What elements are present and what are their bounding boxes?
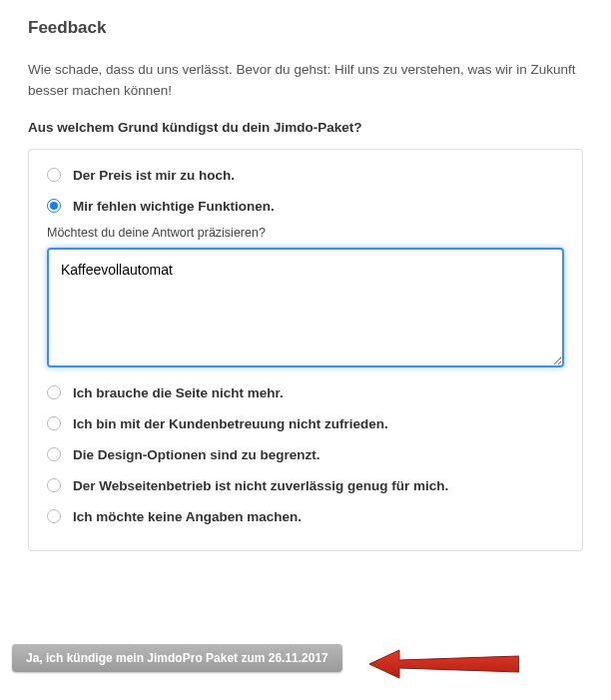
question-text: Aus welchem Grund kündigst du dein Jimdo… xyxy=(28,120,583,135)
option-label: Ich möchte keine Angaben machen. xyxy=(73,509,302,524)
reasons-panel: Der Preis ist mir zu hoch. Mir fehlen wi… xyxy=(28,149,583,551)
option-no-need[interactable]: Ich brauche die Seite nicht mehr. xyxy=(47,385,564,400)
option-design[interactable]: Die Design-Optionen sind zu begrenzt. xyxy=(47,447,564,462)
option-reliability[interactable]: Der Webseitenbetrieb ist nicht zuverläss… xyxy=(47,478,564,493)
radio-price[interactable] xyxy=(47,168,61,182)
followup-block: Möchtest du deine Antwort präzisieren? xyxy=(47,226,564,371)
option-label: Ich brauche die Seite nicht mehr. xyxy=(73,385,284,400)
option-no-answer[interactable]: Ich möchte keine Angaben machen. xyxy=(47,509,564,524)
option-label: Der Webseitenbetrieb ist nicht zuverläss… xyxy=(73,478,448,493)
radio-no-need[interactable] xyxy=(47,385,61,399)
followup-question: Möchtest du deine Antwort präzisieren? xyxy=(47,226,564,240)
page-title: Feedback xyxy=(28,18,583,38)
radio-missing-features[interactable] xyxy=(47,199,61,213)
option-missing-features[interactable]: Mir fehlen wichtige Funktionen. xyxy=(47,199,564,214)
option-label: Mir fehlen wichtige Funktionen. xyxy=(73,199,275,214)
option-label: Die Design-Optionen sind zu begrenzt. xyxy=(73,447,320,462)
option-price[interactable]: Der Preis ist mir zu hoch. xyxy=(47,168,564,183)
confirm-cancel-button[interactable]: Ja, ich kündige mein JimdoPro Paket zum … xyxy=(12,644,342,672)
submit-row: Ja, ich kündige mein JimdoPro Paket zum … xyxy=(12,644,342,672)
option-support[interactable]: Ich bin mit der Kundenbetreuung nicht zu… xyxy=(47,416,564,431)
radio-no-answer[interactable] xyxy=(47,509,61,523)
radio-design[interactable] xyxy=(47,447,61,461)
radio-support[interactable] xyxy=(47,416,61,430)
radio-reliability[interactable] xyxy=(47,478,61,492)
annotation-arrow-icon xyxy=(369,644,519,684)
option-label: Ich bin mit der Kundenbetreuung nicht zu… xyxy=(73,416,388,431)
intro-text: Wie schade, dass du uns verlässt. Bevor … xyxy=(28,60,583,102)
option-label: Der Preis ist mir zu hoch. xyxy=(73,168,235,183)
answer-textarea[interactable] xyxy=(47,248,564,367)
